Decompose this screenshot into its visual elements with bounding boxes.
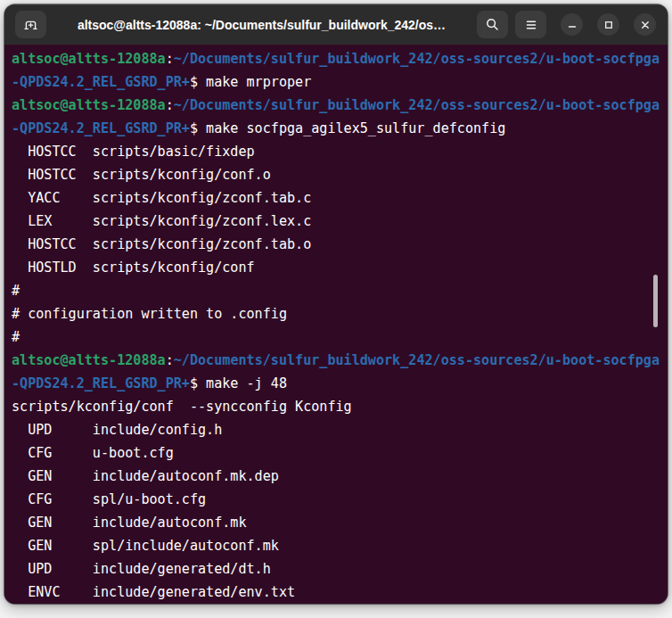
- terminal-line: -QPDS24.2_REL_GSRD_PR+$ make socfpga_agi…: [12, 117, 660, 140]
- terminal-pane[interactable]: altsoc@altts-12088a:~/Documents/sulfur_b…: [4, 45, 668, 604]
- terminal-line: UPD include/config.h: [12, 418, 660, 441]
- terminal-text-segment: altsoc@altts-12088a: [12, 352, 166, 368]
- terminal-text-segment: #: [12, 329, 20, 345]
- new-tab-icon: [23, 17, 38, 32]
- terminal-text-segment: GEN include/autoconf.mk.dep: [12, 468, 279, 484]
- close-button[interactable]: [634, 13, 656, 36]
- terminal-text-segment: scripts/kconfig/conf --syncconfig Kconfi…: [12, 399, 352, 415]
- terminal-line: GEN include/autoconf.mk.dep: [12, 465, 660, 488]
- terminal-line: #: [12, 325, 660, 349]
- terminal-text-segment: ~/Documents/sulfur_buildwork_242/oss-sou…: [174, 352, 660, 368]
- window-title: altsoc@altts-12088a: ~/Documents/sulfur_…: [46, 18, 477, 32]
- terminal-text-segment: HOSTCC scripts/kconfig/zconf.tab.o: [12, 236, 311, 252]
- terminal-line: altsoc@altts-12088a:~/Documents/sulfur_b…: [12, 47, 660, 70]
- minimize-button[interactable]: [561, 13, 583, 36]
- terminal-window: altsoc@altts-12088a: ~/Documents/sulfur_…: [4, 4, 668, 604]
- terminal-text-segment: # configuration written to .config: [12, 306, 287, 322]
- terminal-text-segment: :: [166, 97, 174, 113]
- terminal-text-segment: altsoc@altts-12088a: [12, 51, 166, 67]
- search-button[interactable]: [477, 11, 508, 38]
- menu-button[interactable]: [515, 11, 546, 38]
- terminal-line: CFG u-boot.cfg: [12, 441, 660, 465]
- terminal-text-segment: ~/Documents/sulfur_buildwork_242/oss-sou…: [174, 97, 660, 113]
- terminal-line: UPD include/generated/dt.h: [12, 557, 660, 581]
- terminal-text-segment: #: [12, 283, 20, 299]
- terminal-line: -QPDS24.2_REL_GSRD_PR+$ make -j 48: [12, 372, 660, 395]
- terminal-text-segment: -QPDS24.2_REL_GSRD_PR+: [12, 375, 190, 391]
- terminal-line: LEX scripts/kconfig/zconf.lex.c: [12, 210, 660, 233]
- terminal-text-segment: HOSTCC scripts/basic/fixdep: [12, 144, 255, 160]
- terminal-line: altsoc@altts-12088a:~/Documents/sulfur_b…: [12, 94, 660, 117]
- terminal-line: # configuration written to .config: [12, 302, 660, 325]
- terminal-line: HOSTCC scripts/basic/fixdep: [12, 140, 660, 163]
- terminal-text-segment: GEN spl/include/autoconf.mk: [12, 538, 279, 554]
- terminal-line: scripts/kconfig/conf --syncconfig Kconfi…: [12, 395, 660, 418]
- terminal-text-segment: $ make -j 48: [190, 375, 287, 391]
- terminal-line: YACC scripts/kconfig/zconf.tab.c: [12, 186, 660, 210]
- terminal-line: GEN include/autoconf.mk: [12, 511, 660, 534]
- terminal-text-segment: GEN include/autoconf.mk: [12, 515, 247, 531]
- terminal-line: HOSTLD scripts/kconfig/conf: [12, 256, 660, 279]
- hamburger-menu-icon: [524, 18, 538, 32]
- terminal-output: altsoc@altts-12088a:~/Documents/sulfur_b…: [12, 47, 660, 604]
- terminal-text-segment: :: [166, 51, 174, 67]
- minimize-icon: [566, 19, 578, 31]
- terminal-text-segment: YACC scripts/kconfig/zconf.tab.c: [12, 190, 311, 206]
- terminal-text-segment: -QPDS24.2_REL_GSRD_PR+: [12, 74, 190, 90]
- terminal-text-segment: CFG spl/u-boot.cfg: [12, 491, 206, 507]
- terminal-line: -QPDS24.2_REL_GSRD_PR+$ make mrproper: [12, 70, 660, 94]
- terminal-text-segment: UPD include/generated/dt.h: [12, 561, 271, 577]
- terminal-line: HOSTCC scripts/kconfig/zconf.tab.o: [12, 233, 660, 256]
- terminal-text-segment: $ make mrproper: [190, 74, 311, 90]
- terminal-text-segment: LEX scripts/kconfig/zconf.lex.c: [12, 213, 311, 229]
- search-icon: [485, 17, 500, 32]
- terminal-text-segment: CFG u-boot.cfg: [12, 445, 174, 461]
- maximize-button[interactable]: [597, 13, 619, 36]
- terminal-line: HOSTCC scripts/kconfig/conf.o: [12, 163, 660, 186]
- close-icon: [639, 19, 652, 31]
- terminal-text-segment: :: [166, 352, 174, 368]
- scrollbar-thumb[interactable]: [653, 275, 658, 327]
- terminal-line: CFG spl/u-boot.cfg: [12, 488, 660, 511]
- terminal-line: GEN spl/include/autoconf.mk: [12, 534, 660, 557]
- terminal-text-segment: ENVC include/generated/env.txt: [12, 584, 295, 600]
- terminal-text-segment: -QPDS24.2_REL_GSRD_PR+: [12, 120, 190, 136]
- titlebar[interactable]: altsoc@altts-12088a: ~/Documents/sulfur_…: [4, 4, 668, 45]
- terminal-text-segment: HOSTLD scripts/kconfig/conf: [12, 260, 255, 276]
- terminal-line: ENVC include/generated/env.txt: [12, 581, 660, 604]
- terminal-text-segment: UPD include/config.h: [12, 422, 222, 438]
- terminal-line: altsoc@altts-12088a:~/Documents/sulfur_b…: [12, 349, 660, 372]
- terminal-line: #: [12, 279, 660, 302]
- new-tab-button[interactable]: [15, 11, 46, 38]
- terminal-text-segment: ~/Documents/sulfur_buildwork_242/oss-sou…: [174, 51, 660, 67]
- terminal-text-segment: $ make socfpga_agilex5_sulfur_defconfig: [190, 120, 505, 136]
- maximize-icon: [602, 19, 615, 31]
- terminal-text-segment: HOSTCC scripts/kconfig/conf.o: [12, 167, 271, 183]
- terminal-text-segment: altsoc@altts-12088a: [12, 97, 166, 113]
